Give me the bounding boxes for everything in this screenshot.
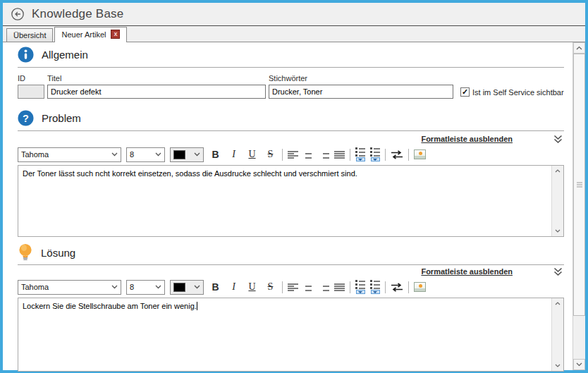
lightbulb-icon — [18, 243, 33, 262]
collapse-section-icon[interactable] — [553, 267, 563, 276]
scroll-down-icon[interactable] — [573, 359, 585, 370]
bold-button[interactable]: B — [209, 281, 222, 293]
scroll-up-icon[interactable] — [573, 42, 585, 54]
main-scrollbar[interactable] — [572, 42, 585, 370]
loesung-text[interactable]: Lockern Sie die Stellschraube am Toner e… — [23, 302, 197, 310]
align-left-icon[interactable] — [288, 283, 298, 291]
back-icon[interactable] — [11, 7, 25, 21]
titel-label: Titel — [47, 74, 266, 82]
numbered-list-icon[interactable] — [370, 147, 380, 161]
collapse-section-icon[interactable] — [553, 135, 563, 144]
toolbar-separator — [282, 149, 283, 161]
font-size-select[interactable]: 8 — [126, 147, 165, 162]
checkmark-icon: ✓ — [462, 88, 468, 95]
numbered-list-dropdown-icon[interactable] — [371, 157, 380, 161]
problem-formatbar-row: Formatleiste ausblenden — [18, 134, 564, 144]
text-direction-icon[interactable] — [391, 150, 403, 159]
strikethrough-button[interactable]: S — [264, 281, 277, 293]
tab-label: Neuer Artikel — [61, 30, 106, 39]
text-direction-icon[interactable] — [391, 283, 403, 292]
font-size-select[interactable]: 8 — [126, 280, 165, 295]
insert-image-icon[interactable] — [414, 149, 426, 159]
underline-button[interactable]: U — [245, 149, 259, 160]
toolbar-separator — [350, 149, 350, 161]
stichwoerter-label: Stichwörter — [269, 74, 453, 82]
chevron-down-icon — [194, 152, 200, 157]
font-size-value: 8 — [130, 150, 134, 159]
align-center-icon[interactable] — [303, 283, 314, 291]
loesung-editor[interactable]: Lockern Sie die Stellschraube am Toner e… — [18, 298, 564, 372]
thumb-grip-icon — [577, 183, 582, 188]
bullet-list-dropdown-icon[interactable] — [356, 290, 365, 294]
scroll-up-icon[interactable] — [552, 298, 563, 309]
insert-image-icon[interactable] — [414, 282, 426, 292]
chevron-down-icon — [155, 285, 161, 289]
align-right-icon[interactable] — [319, 151, 329, 159]
italic-button[interactable]: I — [227, 281, 240, 293]
font-color-select[interactable] — [170, 147, 204, 162]
problem-editor-scrollbar[interactable] — [551, 166, 563, 236]
page-title: Knowledge Base — [32, 7, 123, 21]
numbered-list-icon[interactable] — [370, 280, 380, 294]
problem-text[interactable]: Der Toner lässt such ncht korrekt einset… — [18, 166, 551, 236]
info-icon — [18, 47, 34, 63]
chevron-down-icon — [111, 152, 118, 157]
toolbar-separator — [408, 149, 409, 161]
hide-formatbar-link[interactable]: Formatleiste ausblenden — [421, 135, 513, 143]
font-family-select[interactable]: Tahoma — [18, 280, 121, 295]
section-title-loesung: Lösung — [41, 247, 75, 259]
selfservice-checkbox[interactable]: ✓ — [460, 87, 470, 97]
font-size-value: 8 — [130, 283, 134, 291]
toolbar-separator — [282, 281, 283, 293]
tab-label: Übersicht — [13, 31, 46, 39]
align-center-icon[interactable] — [303, 151, 314, 159]
content-area: Allgemein ID Titel Stichwörter — [3, 42, 585, 370]
text-caret — [197, 302, 197, 310]
tab-close-icon[interactable]: x — [111, 30, 120, 39]
chevron-down-icon — [194, 285, 200, 289]
numbered-list-dropdown-icon[interactable] — [371, 290, 380, 294]
section-title-allgemein: Allgemein — [42, 49, 88, 61]
tab-neuer-artikel[interactable]: Neuer Artikel x — [54, 27, 127, 42]
bold-button[interactable]: B — [209, 149, 222, 160]
tab-bar: Übersicht Neuer Artikel x — [3, 25, 585, 42]
loesung-editor-scrollbar[interactable] — [551, 298, 563, 371]
id-label: ID — [18, 74, 44, 82]
toolbar-separator — [408, 281, 409, 293]
selfservice-option: ✓ Ist im Self Service sichtbar — [460, 87, 564, 97]
underline-button[interactable]: U — [245, 281, 259, 293]
font-color-select[interactable] — [170, 280, 204, 295]
section-divider — [18, 67, 564, 68]
italic-button[interactable]: I — [227, 149, 240, 160]
hide-formatbar-link[interactable]: Formatleiste ausblenden — [421, 267, 513, 276]
section-loesung-header: Lösung — [18, 243, 564, 262]
toolbar-separator — [350, 281, 350, 293]
titel-field[interactable] — [47, 85, 266, 99]
color-swatch — [173, 150, 185, 159]
scroll-up-icon[interactable] — [552, 166, 563, 176]
bullet-list-dropdown-icon[interactable] — [356, 157, 365, 161]
align-right-icon[interactable] — [319, 283, 329, 291]
chevron-down-icon — [111, 285, 118, 289]
tab-uebersicht[interactable]: Übersicht — [6, 28, 53, 42]
toolbar-separator — [385, 281, 386, 293]
bullet-list-icon[interactable] — [355, 147, 365, 161]
scrollbar-thumb[interactable] — [573, 54, 585, 316]
align-left-icon[interactable] — [288, 151, 298, 159]
strikethrough-button[interactable]: S — [264, 149, 277, 160]
section-divider — [18, 130, 564, 131]
problem-editor[interactable]: Der Toner lässt such ncht korrekt einset… — [18, 165, 564, 237]
scroll-down-icon[interactable] — [552, 226, 563, 236]
chevron-down-icon — [155, 152, 161, 157]
id-field[interactable] — [18, 85, 44, 99]
color-swatch — [173, 283, 185, 292]
align-justify-icon[interactable] — [334, 151, 345, 159]
font-family-value: Tahoma — [21, 150, 49, 159]
align-justify-icon[interactable] — [334, 283, 345, 291]
scroll-down-icon[interactable] — [552, 360, 563, 371]
loesung-text-wrap[interactable]: Lockern Sie die Stellschraube am Toner e… — [18, 298, 551, 371]
font-family-select[interactable]: Tahoma — [18, 147, 121, 162]
stichwoerter-field[interactable] — [269, 85, 453, 99]
bullet-list-icon[interactable] — [355, 280, 365, 294]
selfservice-label: Ist im Self Service sichtbar — [472, 88, 564, 97]
